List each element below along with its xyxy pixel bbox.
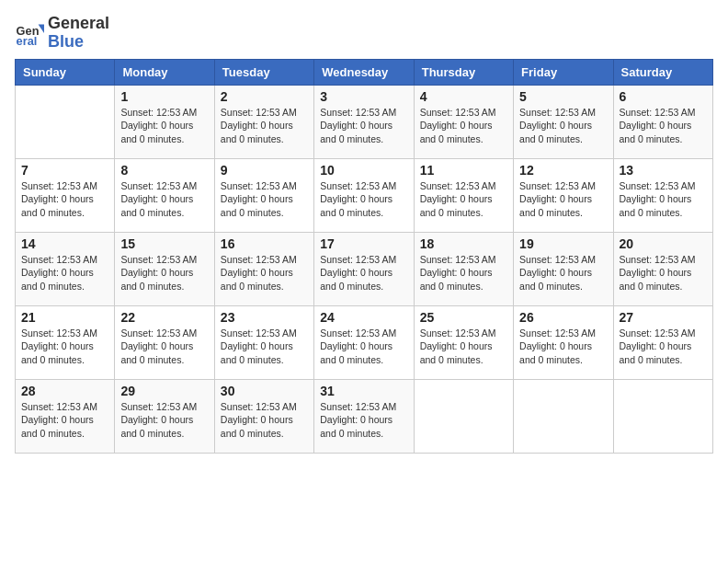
calendar-cell — [514, 379, 613, 453]
day-number: 8 — [120, 163, 208, 178]
day-number: 17 — [320, 236, 407, 251]
day-number: 29 — [120, 384, 208, 398]
calendar-week-row: 1Sunset: 12:53 AM Daylight: 0 hours and … — [16, 85, 713, 158]
logo-icon: Gen eral — [15, 18, 44, 48]
calendar-table: SundayMondayTuesdayWednesdayThursdayFrid… — [15, 59, 713, 454]
day-number: 22 — [120, 310, 208, 325]
calendar-cell: 17Sunset: 12:53 AM Daylight: 0 hours and… — [314, 232, 414, 305]
col-header-thursday: Thursday — [414, 59, 513, 85]
calendar-cell: 24Sunset: 12:53 AM Daylight: 0 hours and… — [314, 305, 414, 379]
calendar-cell: 29Sunset: 12:53 AM Daylight: 0 hours and… — [115, 379, 214, 453]
calendar-cell: 22Sunset: 12:53 AM Daylight: 0 hours and… — [115, 305, 214, 379]
day-number: 24 — [320, 310, 407, 325]
calendar-cell: 5Sunset: 12:53 AM Daylight: 0 hours and … — [514, 85, 613, 158]
calendar-week-row: 28Sunset: 12:53 AM Daylight: 0 hours and… — [16, 379, 713, 453]
calendar-cell: 11Sunset: 12:53 AM Daylight: 0 hours and… — [414, 158, 513, 232]
day-info: Sunset: 12:53 AM Daylight: 0 hours and 0… — [620, 179, 707, 220]
calendar-header-row: SundayMondayTuesdayWednesdayThursdayFrid… — [16, 59, 713, 85]
calendar-cell: 15Sunset: 12:53 AM Daylight: 0 hours and… — [115, 232, 214, 305]
logo-text: General Blue — [48, 15, 109, 52]
calendar-week-row: 21Sunset: 12:53 AM Daylight: 0 hours and… — [16, 305, 713, 379]
day-info: Sunset: 12:53 AM Daylight: 0 hours and 0… — [221, 179, 308, 220]
day-info: Sunset: 12:53 AM Daylight: 0 hours and 0… — [620, 327, 707, 367]
day-info: Sunset: 12:53 AM Daylight: 0 hours and 0… — [320, 253, 407, 293]
day-info: Sunset: 12:53 AM Daylight: 0 hours and 0… — [519, 253, 607, 293]
day-number: 28 — [21, 384, 108, 398]
day-number: 13 — [620, 163, 707, 178]
day-info: Sunset: 12:53 AM Daylight: 0 hours and 0… — [320, 327, 407, 367]
calendar-cell: 14Sunset: 12:53 AM Daylight: 0 hours and… — [16, 232, 115, 305]
calendar-cell: 16Sunset: 12:53 AM Daylight: 0 hours and… — [214, 232, 313, 305]
calendar-cell: 25Sunset: 12:53 AM Daylight: 0 hours and… — [414, 305, 513, 379]
day-info: Sunset: 12:53 AM Daylight: 0 hours and 0… — [120, 327, 208, 367]
day-info: Sunset: 12:53 AM Daylight: 0 hours and 0… — [519, 179, 607, 220]
day-number: 6 — [620, 89, 707, 104]
day-info: Sunset: 12:53 AM Daylight: 0 hours and 0… — [221, 400, 308, 441]
day-info: Sunset: 12:53 AM Daylight: 0 hours and 0… — [21, 327, 108, 367]
day-number: 16 — [221, 236, 308, 251]
col-header-friday: Friday — [514, 59, 613, 85]
day-number: 27 — [620, 310, 707, 325]
day-number: 23 — [221, 310, 308, 325]
day-info: Sunset: 12:53 AM Daylight: 0 hours and 0… — [420, 179, 507, 220]
day-number: 7 — [21, 163, 108, 178]
calendar-cell: 2Sunset: 12:53 AM Daylight: 0 hours and … — [214, 85, 313, 158]
day-info: Sunset: 12:53 AM Daylight: 0 hours and 0… — [620, 106, 707, 146]
col-header-tuesday: Tuesday — [214, 59, 313, 85]
day-info: Sunset: 12:53 AM Daylight: 0 hours and 0… — [21, 400, 108, 441]
day-info: Sunset: 12:53 AM Daylight: 0 hours and 0… — [21, 179, 108, 220]
calendar-cell: 12Sunset: 12:53 AM Daylight: 0 hours and… — [514, 158, 613, 232]
day-info: Sunset: 12:53 AM Daylight: 0 hours and 0… — [120, 179, 208, 220]
day-number: 14 — [21, 236, 108, 251]
calendar-cell: 7Sunset: 12:53 AM Daylight: 0 hours and … — [16, 158, 115, 232]
day-number: 25 — [420, 310, 507, 325]
day-number: 21 — [21, 310, 108, 325]
day-info: Sunset: 12:53 AM Daylight: 0 hours and 0… — [120, 106, 208, 146]
day-info: Sunset: 12:53 AM Daylight: 0 hours and 0… — [221, 253, 308, 293]
day-number: 10 — [320, 163, 407, 178]
day-info: Sunset: 12:53 AM Daylight: 0 hours and 0… — [420, 327, 507, 367]
day-number: 11 — [420, 163, 507, 178]
calendar-cell: 4Sunset: 12:53 AM Daylight: 0 hours and … — [414, 85, 513, 158]
calendar-cell: 20Sunset: 12:53 AM Daylight: 0 hours and… — [613, 232, 712, 305]
day-info: Sunset: 12:53 AM Daylight: 0 hours and 0… — [420, 106, 507, 146]
calendar-cell: 19Sunset: 12:53 AM Daylight: 0 hours and… — [514, 232, 613, 305]
day-info: Sunset: 12:53 AM Daylight: 0 hours and 0… — [120, 400, 208, 441]
day-info: Sunset: 12:53 AM Daylight: 0 hours and 0… — [320, 179, 407, 220]
calendar-cell: 10Sunset: 12:53 AM Daylight: 0 hours and… — [314, 158, 414, 232]
day-number: 15 — [120, 236, 208, 251]
calendar-week-row: 14Sunset: 12:53 AM Daylight: 0 hours and… — [16, 232, 713, 305]
day-number: 5 — [519, 89, 607, 104]
day-info: Sunset: 12:53 AM Daylight: 0 hours and 0… — [519, 327, 607, 367]
calendar-cell: 3Sunset: 12:53 AM Daylight: 0 hours and … — [314, 85, 414, 158]
calendar-cell: 27Sunset: 12:53 AM Daylight: 0 hours and… — [613, 305, 712, 379]
calendar-cell: 26Sunset: 12:53 AM Daylight: 0 hours and… — [514, 305, 613, 379]
svg-marker-2 — [39, 24, 44, 33]
calendar-cell: 18Sunset: 12:53 AM Daylight: 0 hours and… — [414, 232, 513, 305]
day-info: Sunset: 12:53 AM Daylight: 0 hours and 0… — [320, 106, 407, 146]
calendar-cell — [613, 379, 712, 453]
day-info: Sunset: 12:53 AM Daylight: 0 hours and 0… — [221, 106, 308, 146]
logo: Gen eral General Blue — [15, 15, 109, 52]
day-number: 18 — [420, 236, 507, 251]
day-number: 31 — [320, 384, 407, 398]
calendar-cell: 31Sunset: 12:53 AM Daylight: 0 hours and… — [314, 379, 414, 453]
day-number: 12 — [519, 163, 607, 178]
col-header-sunday: Sunday — [16, 59, 115, 85]
calendar-cell: 1Sunset: 12:53 AM Daylight: 0 hours and … — [115, 85, 214, 158]
day-info: Sunset: 12:53 AM Daylight: 0 hours and 0… — [221, 327, 308, 367]
page-header: Gen eral General Blue — [15, 15, 713, 52]
day-info: Sunset: 12:53 AM Daylight: 0 hours and 0… — [519, 106, 607, 146]
calendar-cell: 9Sunset: 12:53 AM Daylight: 0 hours and … — [214, 158, 313, 232]
day-number: 1 — [120, 89, 208, 104]
calendar-cell: 23Sunset: 12:53 AM Daylight: 0 hours and… — [214, 305, 313, 379]
calendar-cell: 13Sunset: 12:53 AM Daylight: 0 hours and… — [613, 158, 712, 232]
calendar-cell: 6Sunset: 12:53 AM Daylight: 0 hours and … — [613, 85, 712, 158]
day-info: Sunset: 12:53 AM Daylight: 0 hours and 0… — [620, 253, 707, 293]
svg-text:eral: eral — [17, 34, 38, 48]
day-number: 26 — [519, 310, 607, 325]
day-number: 19 — [519, 236, 607, 251]
calendar-cell — [16, 85, 115, 158]
day-info: Sunset: 12:53 AM Daylight: 0 hours and 0… — [420, 253, 507, 293]
col-header-saturday: Saturday — [613, 59, 712, 85]
